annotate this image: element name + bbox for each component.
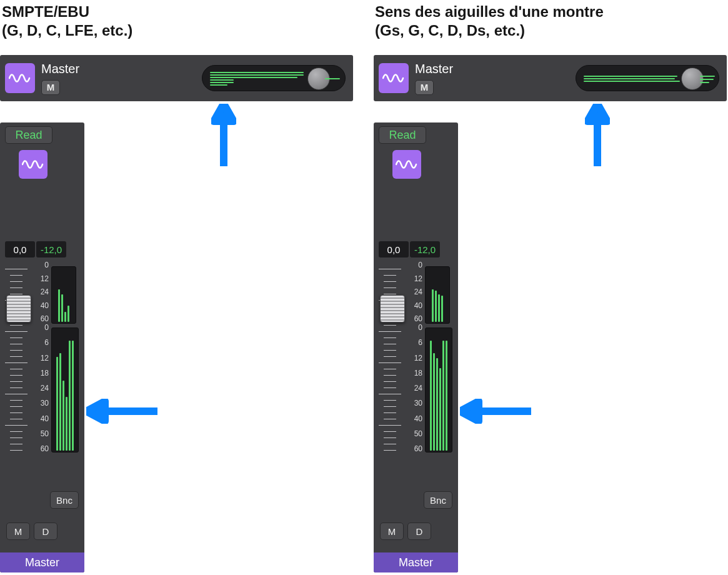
scale-tick-label: 0 [418, 324, 422, 331]
scale-tick-label: 24 [414, 288, 422, 296]
volume-fader[interactable] [6, 295, 31, 322]
heading-right-sub: (Gs, G, C, D, Ds, etc.) [375, 22, 525, 39]
automation-mode-button[interactable]: Read [379, 126, 426, 144]
scale-tick-label: 30 [414, 399, 422, 407]
level-meter-stereo [425, 266, 450, 324]
scale-tick-label: 60 [41, 315, 49, 322]
scale-tick-label: 18 [41, 369, 49, 377]
bounce-button[interactable]: Bnc [50, 491, 79, 509]
heading-left-title: SMPTE/EBU [2, 3, 89, 20]
scale-tick-label: 0 [418, 261, 422, 269]
channel-strip-name[interactable]: Master [374, 552, 458, 572]
scale-tick-label: 24 [41, 288, 49, 296]
horizontal-level-meter[interactable] [576, 65, 719, 91]
scale-tick-label: 50 [414, 430, 422, 438]
channel-strip: Read 0,0 -12,0 012244060 061218243040506… [0, 122, 84, 572]
scale-tick-label: 24 [414, 384, 422, 392]
audio-waveform-icon [19, 150, 47, 179]
automation-mode-button[interactable]: Read [5, 126, 52, 144]
gain-readout[interactable]: 0,0 [379, 241, 409, 258]
arrow-up-icon [585, 104, 610, 166]
scale-tick-label: 12 [41, 275, 49, 282]
volume-fader[interactable] [380, 295, 405, 322]
scale-tick-label: 6 [418, 339, 422, 346]
mute-button[interactable]: M [6, 522, 30, 540]
scale-tick-label: 60 [414, 445, 422, 452]
scale-tick-label: 50 [41, 430, 49, 438]
mute-button[interactable]: M [380, 522, 404, 540]
scale-tick-label: 40 [41, 302, 49, 309]
peak-readout[interactable]: -12,0 [410, 241, 440, 258]
scale-tick-label: 18 [414, 369, 422, 377]
meter-area: 012244060 0612182430405060 [0, 265, 84, 465]
arrow-left-icon [460, 399, 531, 424]
solo-button[interactable]: D [407, 522, 431, 540]
arrow-up-icon [211, 104, 236, 166]
scale-tick-label: 60 [41, 445, 49, 452]
scale-tick-label: 40 [414, 415, 422, 422]
gain-readout[interactable]: 0,0 [5, 241, 35, 258]
scale-tick-label: 6 [44, 339, 49, 346]
level-meter-surround [425, 328, 452, 452]
scale-tick-label: 30 [41, 399, 49, 407]
scale-tick-label: 40 [41, 415, 49, 422]
scale-tick-label: 12 [41, 354, 49, 362]
scale-tick-label: 60 [414, 315, 422, 322]
scale-tick-label: 0 [44, 324, 49, 331]
arrow-left-icon [86, 399, 157, 424]
scale-tick-label: 24 [41, 384, 49, 392]
track-name-label: Master [415, 62, 453, 76]
peak-readout[interactable]: -12,0 [36, 241, 66, 258]
bounce-button[interactable]: Bnc [424, 491, 452, 509]
mute-button[interactable]: M [415, 80, 434, 95]
scale-tick-label: 12 [414, 354, 422, 362]
heading-left-sub: (G, D, C, LFE, etc.) [2, 22, 132, 39]
track-header: Master M [374, 55, 727, 101]
level-meter-surround [51, 328, 79, 452]
mute-button[interactable]: M [41, 80, 60, 95]
audio-waveform-icon [379, 63, 409, 93]
scale-tick-label: 0 [44, 261, 49, 269]
audio-waveform-icon [392, 150, 421, 179]
track-name-label: Master [41, 62, 79, 76]
scale-tick-label: 40 [414, 302, 422, 309]
channel-strip: Read 0,0 -12,0 012244060 061218243040506… [374, 122, 458, 572]
audio-waveform-icon [5, 63, 35, 93]
solo-button[interactable]: D [34, 522, 57, 540]
channel-strip-name[interactable]: Master [0, 552, 84, 572]
horizontal-level-meter[interactable] [202, 65, 346, 91]
scale-tick-label: 12 [414, 275, 422, 282]
track-header: Master M [0, 55, 353, 101]
level-meter-stereo [51, 266, 76, 324]
heading-right-title: Sens des aiguilles d'une montre [375, 3, 604, 20]
meter-area: 012244060 0612182430405060 [374, 265, 458, 465]
